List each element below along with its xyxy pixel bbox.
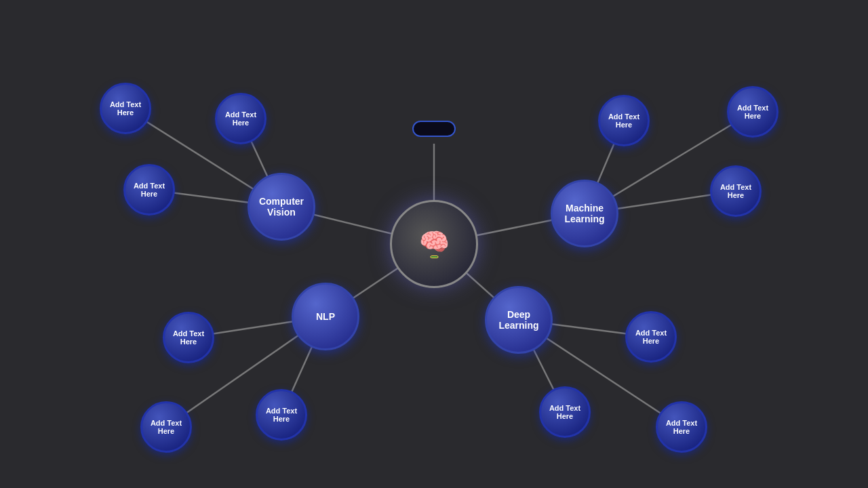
sub-node-dl-brr[interactable]: Add TextHere	[656, 401, 707, 453]
sub-node-nlp-br[interactable]: Add TextHere	[256, 389, 307, 441]
topic-computer-vision[interactable]: ComputerVision	[248, 173, 315, 241]
topic-nlp[interactable]: NLP	[292, 283, 359, 350]
ai-chip-label	[430, 256, 438, 258]
sub-node-ml-tl[interactable]: Add TextHere	[598, 95, 650, 146]
topic-deep-learning[interactable]: DeepLearning	[485, 286, 553, 354]
topic-machine-learning[interactable]: MachineLearning	[551, 180, 618, 247]
sub-node-cv-ml[interactable]: Add TextHere	[123, 164, 175, 216]
sub-node-dl-br[interactable]: Add TextHere	[625, 311, 677, 363]
sub-node-cv-tl[interactable]: Add TextHere	[100, 83, 151, 134]
sub-node-dl-bl[interactable]: Add TextHere	[539, 386, 591, 438]
top-label	[412, 121, 456, 137]
sub-node-ml-mr[interactable]: Add TextHere	[710, 165, 762, 217]
sub-node-ml-tr[interactable]: Add TextHere	[727, 86, 778, 138]
sub-node-nlp-bl[interactable]: Add TextHere	[163, 312, 214, 363]
sub-node-cv-tr[interactable]: Add TextHere	[215, 93, 267, 144]
center-node: 🧠	[390, 200, 478, 288]
sub-node-nlp-bll[interactable]: Add TextHere	[140, 401, 192, 453]
